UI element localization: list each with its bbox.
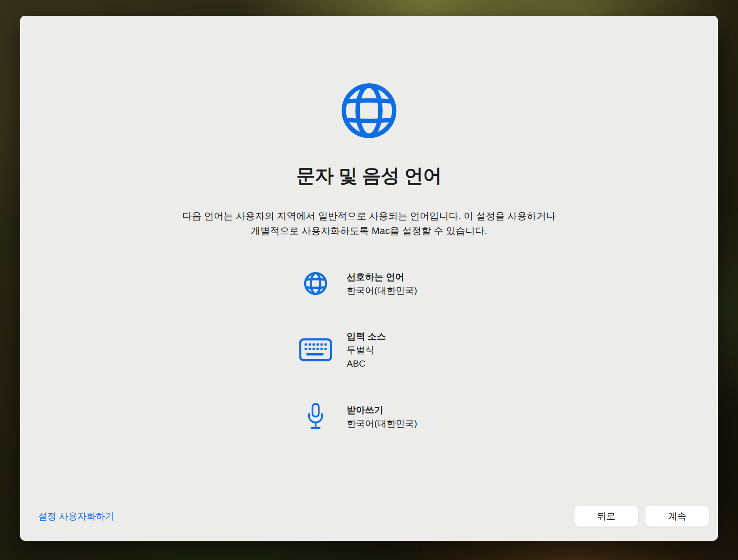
globe-small-icon (299, 271, 332, 296)
setting-value-dictation: 한국어(대한민국) (347, 416, 417, 430)
page-title: 문자 및 음성 언어 (20, 163, 718, 189)
footer-buttons: 뒤로 계속 (574, 506, 709, 527)
description-line-2: 개별적으로 사용자화하도록 Mac을 설정할 수 있습니다. (251, 225, 487, 236)
page-description: 다음 언어는 사용자의 지역에서 일반적으로 사용되는 언어입니다. 이 설정을… (20, 209, 718, 238)
footer-bar: 설정 사용자화하기 뒤로 계속 (20, 491, 718, 541)
language-setup-content: 문자 및 음성 언어 다음 언어는 사용자의 지역에서 일반적으로 사용되는 언… (20, 16, 718, 491)
setting-value-input-source-1: 두벌식 (347, 343, 386, 357)
customize-settings-link[interactable]: 설정 사용자화하기 (38, 510, 114, 522)
continue-button[interactable]: 계속 (645, 506, 709, 527)
setting-value-preferred-language: 한국어(대한민국) (347, 284, 417, 297)
description-line-1: 다음 언어는 사용자의 지역에서 일반적으로 사용되는 언어입니다. 이 설정을… (182, 210, 555, 221)
microphone-icon (299, 402, 332, 430)
setting-value-input-source-2: ABC (347, 357, 386, 370)
list-item-preferred-language: 선호하는 언어 한국어(대한민국) (299, 270, 439, 297)
desktop-background: { "window": { "title": "문자 및 음성 언어", "de… (0, 0, 738, 560)
language-settings-list: 선호하는 언어 한국어(대한민국) 입력 소스 (299, 270, 439, 430)
keyboard-icon (299, 338, 332, 361)
setting-label-preferred-language: 선호하는 언어 (347, 270, 417, 284)
list-item-input-sources: 입력 소스 두벌식 ABC (299, 329, 439, 370)
setting-label-dictation: 받아쓰기 (347, 403, 417, 416)
setting-label-input-sources: 입력 소스 (347, 329, 386, 343)
list-item-dictation: 받아쓰기 한국어(대한민국) (299, 402, 439, 430)
setup-assistant-window: 문자 및 음성 언어 다음 언어는 사용자의 지역에서 일반적으로 사용되는 언… (20, 16, 718, 541)
back-button[interactable]: 뒤로 (574, 506, 638, 527)
globe-icon (20, 80, 718, 141)
globe-icon-svg (338, 80, 400, 141)
